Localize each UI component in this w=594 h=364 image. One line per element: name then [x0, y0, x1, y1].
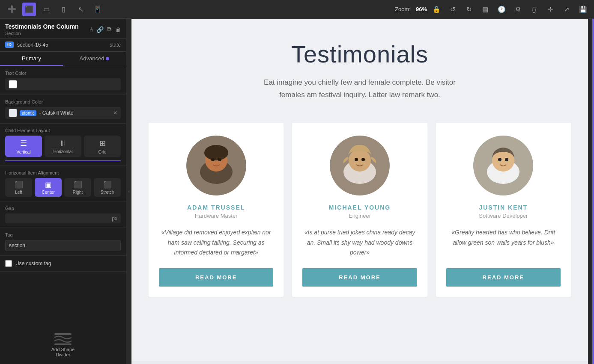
advanced-dot [106, 57, 109, 60]
add-element-icon[interactable]: ✛ [544, 3, 556, 15]
fork-icon[interactable]: ⑃ [90, 26, 93, 33]
zoom-label: Zoom: [395, 6, 411, 12]
custom-tag-checkbox[interactable] [5, 260, 12, 267]
layout-vertical[interactable]: ☰ Vertical [5, 136, 42, 157]
text-color-label: Text Color [5, 71, 121, 76]
tag-section: Tag section [0, 228, 126, 256]
settings-icon[interactable]: ⚙ [512, 3, 524, 15]
lock-icon[interactable]: 🔒 [430, 3, 442, 15]
tab-primary[interactable]: Primary [0, 52, 63, 66]
desktop-view-icon[interactable]: ⬛ [22, 3, 36, 16]
export-icon[interactable]: ↗ [561, 3, 573, 15]
align-center[interactable]: ▣ Center [35, 178, 62, 197]
bg-color-input[interactable]: atomic - Catskill White ✕ [5, 107, 121, 119]
layout-grid[interactable]: ⊞ Grid [84, 136, 121, 157]
canvas-content: Testimonials Eat imagine you chiefly few… [131, 19, 588, 361]
layers-icon[interactable]: ▤ [479, 3, 491, 15]
duplicate-icon[interactable]: ⧉ [107, 26, 111, 33]
text-color-swatch[interactable] [9, 80, 17, 89]
remove-color-icon[interactable]: ✕ [113, 110, 117, 116]
tablet-portrait-icon[interactable]: ▯ [57, 3, 70, 16]
vertical-icon: ☰ [20, 139, 27, 148]
canvas-area: Testimonials Eat imagine you chiefly few… [131, 19, 588, 364]
person-title-0: Hardware Master [195, 213, 238, 219]
testimonial-card-2: JUSTIN KENT Software Developer «Greatly … [436, 123, 571, 297]
mobile-view-icon[interactable]: 📱 [91, 3, 104, 16]
read-more-btn-2[interactable]: READ MORE [446, 268, 561, 287]
code-icon[interactable]: {} [528, 3, 540, 15]
person-title-1: Engineer [349, 213, 371, 219]
avatar-2 [473, 136, 533, 195]
gap-input[interactable] [9, 215, 96, 222]
tablet-view-icon[interactable]: ▭ [39, 3, 53, 16]
svg-point-11 [355, 158, 358, 161]
svg-rect-0 [54, 333, 72, 335]
add-icon[interactable]: ➕ [5, 3, 19, 16]
testimonials-title: Testimonials [149, 40, 571, 68]
panel-collapse-handle[interactable]: ‹ [126, 19, 131, 364]
person-name-0: ADAM TRUSSEL [187, 204, 245, 211]
person-name-1: MICHAEL YOUNG [329, 204, 391, 211]
child-element-layout-label: Child Element Layout [5, 128, 121, 133]
testimonials-section: Testimonials Eat imagine you chiefly few… [149, 40, 571, 297]
align-left[interactable]: ⬛ Left [5, 178, 32, 197]
svg-point-12 [361, 158, 365, 161]
right-panel [588, 19, 594, 364]
tab-advanced[interactable]: Advanced [63, 52, 126, 66]
add-shape-divider[interactable]: Add Shape Divider [0, 326, 126, 364]
id-badge: ID [5, 41, 14, 48]
tag-select[interactable]: section [5, 240, 121, 251]
custom-tag-label: Use custom tag [15, 260, 51, 266]
redo-icon[interactable]: ↻ [463, 3, 475, 15]
bg-color-swatch[interactable] [9, 109, 17, 117]
layout-horizontal[interactable]: ⫼ Horizontal [45, 136, 81, 157]
panel-title: Testimonials One Column [5, 23, 79, 30]
gap-input-row: px [5, 213, 121, 223]
undo-icon[interactable]: ↺ [447, 3, 459, 15]
align-right-icon: ⬛ [74, 181, 82, 189]
bg-color-tag-text: - Catskill White [39, 110, 110, 116]
text-color-input[interactable] [5, 78, 121, 90]
align-options: ⬛ Left ▣ Center ⬛ Right ⬛ Stretch [5, 178, 121, 197]
link-icon[interactable]: 🔗 [96, 26, 104, 33]
save-icon[interactable]: 💾 [577, 3, 589, 15]
gap-section: Gap px [0, 201, 126, 228]
read-more-btn-0[interactable]: READ MORE [159, 268, 273, 287]
testimonial-card-0: ADAM TRUSSEL Hardware Master «Village di… [149, 123, 284, 297]
tab-row: Primary Advanced [0, 52, 126, 66]
id-row: ID section-16-45 state [0, 39, 126, 52]
left-panel: Testimonials One Column Section ⑃ 🔗 ⧉ 🗑 … [0, 19, 126, 364]
bg-color-section: Background Color atomic - Catskill White… [0, 95, 126, 124]
main-area: Testimonials One Column Section ⑃ 🔗 ⧉ 🗑 … [0, 19, 594, 364]
id-value: section-16-45 [17, 42, 106, 48]
align-stretch-icon: ⬛ [103, 181, 112, 189]
toolbar-right-icons: 🔒 ↺ ↻ ▤ 🕐 ⚙ {} ✛ ↗ 💾 [430, 3, 589, 15]
align-center-icon: ▣ [45, 181, 51, 189]
read-more-btn-1[interactable]: READ MORE [302, 268, 417, 287]
custom-tag-section: Use custom tag [0, 256, 126, 272]
gap-unit: px [112, 216, 117, 222]
pointer-icon[interactable]: ↖ [74, 3, 87, 16]
history-icon[interactable]: 🕐 [495, 3, 507, 15]
atomic-tag: atomic [20, 110, 36, 116]
grid-icon: ⊞ [99, 139, 106, 148]
cards-row: ADAM TRUSSEL Hardware Master «Village di… [149, 123, 571, 297]
testimonial-text-2: «Greatly hearted has who believe. Drift … [446, 228, 561, 258]
gap-label: Gap [5, 206, 121, 211]
tag-select-row: section [5, 240, 121, 251]
shape-divider-icon [54, 333, 72, 345]
avatar-0 [186, 136, 246, 195]
align-left-icon: ⬛ [15, 181, 23, 189]
avatar-1 [330, 136, 390, 195]
panel-subtitle: Section [5, 31, 79, 36]
alignment-label: Horizontal Item Alignment [5, 170, 121, 175]
child-element-layout-section: Child Element Layout ☰ Vertical ⫼ Horizo… [0, 124, 126, 166]
svg-point-5 [204, 145, 228, 160]
testimonial-card-1: MICHAEL YOUNG Engineer «Is at purse trie… [292, 123, 427, 297]
state-label: state [110, 42, 121, 48]
align-right[interactable]: ⬛ Right [64, 178, 91, 197]
svg-point-17 [505, 158, 508, 161]
svg-rect-1 [54, 343, 72, 345]
align-stretch[interactable]: ⬛ Stretch [94, 178, 121, 197]
delete-icon[interactable]: 🗑 [115, 26, 121, 33]
